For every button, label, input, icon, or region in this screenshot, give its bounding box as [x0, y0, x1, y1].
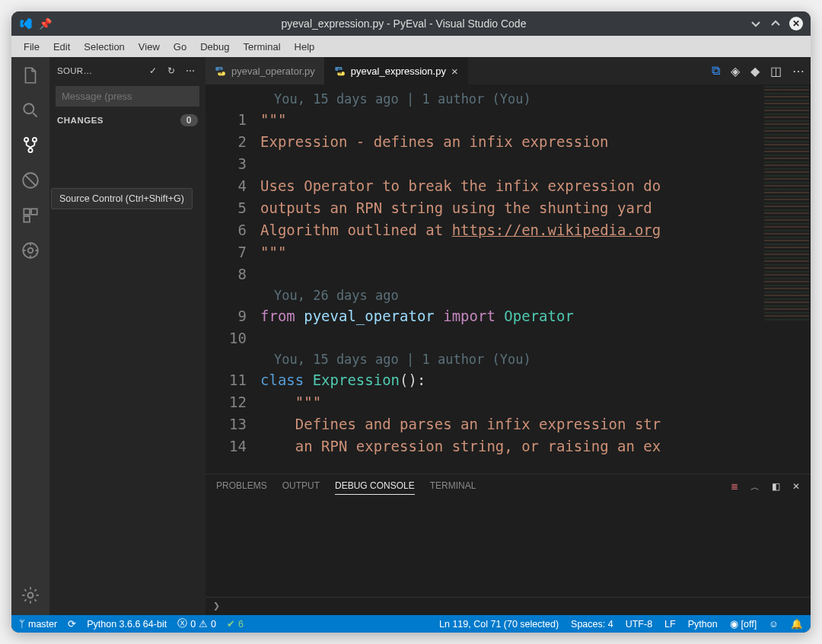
editor-more-icon[interactable]: ⋯	[792, 64, 804, 78]
refresh-icon[interactable]: ↻	[164, 65, 178, 76]
activity-bar	[11, 57, 49, 615]
status-problems[interactable]: ⓧ 0 ⚠ 0	[177, 617, 216, 630]
menu-file[interactable]: File	[18, 40, 46, 54]
close-icon[interactable]: ✕	[789, 17, 803, 30]
panel-collapse-icon[interactable]: ︿	[750, 481, 760, 494]
debug-console-input[interactable]: ❯	[206, 597, 811, 615]
svg-point-0	[24, 104, 33, 113]
gitlens-annotation: You, 15 days ago | 1 author (You)	[206, 89, 762, 109]
tab-actions: ⧉ ◈ ◆ ◫ ⋯	[706, 57, 811, 84]
tab-pyeval-expression[interactable]: pyeval_expression.py ×	[325, 57, 468, 84]
svg-point-3	[28, 148, 32, 152]
settings-gear-icon[interactable]	[20, 585, 41, 606]
debug-console-body[interactable]	[206, 500, 811, 597]
menu-terminal[interactable]: Terminal	[237, 40, 286, 54]
status-encoding[interactable]: UTF-8	[626, 619, 652, 630]
status-language[interactable]: Python	[688, 619, 718, 630]
clear-console-icon[interactable]: ≣	[731, 481, 738, 494]
tab-label: pyeval_expression.py	[351, 65, 446, 77]
pin-icon[interactable]: 📌	[39, 18, 52, 30]
commit-icon[interactable]: ✓	[146, 65, 160, 76]
menu-go[interactable]: Go	[167, 40, 193, 54]
commit-message-input[interactable]	[56, 86, 199, 107]
editor-tabs: pyeval_operator.py pyeval_expression.py …	[206, 57, 811, 84]
tab-close-icon[interactable]: ×	[451, 65, 458, 78]
svg-point-10	[28, 593, 33, 598]
panel-tab-terminal[interactable]: TERMINAL	[430, 480, 476, 494]
gitlens-annotation: You, 15 days ago | 1 author (You)	[206, 349, 762, 369]
titlebar: 📌 pyeval_expression.py - PyEval - Visual…	[11, 11, 811, 36]
panel-close-icon[interactable]: ✕	[792, 481, 800, 494]
status-sync-icon[interactable]: ⟳	[68, 618, 76, 630]
panel-tabs: PROBLEMS OUTPUT DEBUG CONSOLE TERMINAL ≣…	[206, 474, 811, 500]
code-editor[interactable]: You, 15 days ago | 1 author (You) 1""" 2…	[206, 84, 811, 473]
toggle-preview-icon[interactable]: ◈	[731, 64, 740, 78]
python-file-icon	[215, 65, 226, 77]
panel-tab-problems[interactable]: PROBLEMS	[216, 480, 267, 494]
gitlens-icon[interactable]	[20, 240, 41, 261]
changes-section[interactable]: CHANGES 0	[49, 108, 206, 132]
sidebar-title: SOUR…	[57, 66, 142, 75]
main-area: Source Control (Ctrl+Shift+G) SOUR… ✓ ↻ …	[11, 57, 811, 615]
status-indent[interactable]: Spaces: 4	[571, 619, 613, 630]
svg-rect-7	[24, 216, 30, 222]
status-liveshare[interactable]: ◉ [off]	[730, 618, 757, 630]
gitlens-annotation: You, 26 days ago	[206, 285, 762, 305]
tab-pyeval-operator[interactable]: pyeval_operator.py	[206, 57, 325, 84]
svg-point-9	[28, 248, 33, 253]
search-icon[interactable]	[20, 100, 41, 121]
diff-icon[interactable]: ◆	[750, 64, 760, 78]
status-python[interactable]: Python 3.6.6 64-bit	[87, 619, 167, 630]
sidebar-tooltip: Source Control (Ctrl+Shift+G)	[51, 188, 193, 209]
menu-debug[interactable]: Debug	[194, 40, 235, 54]
panel-maximize-icon[interactable]: ◧	[772, 481, 780, 494]
minimap[interactable]	[762, 84, 811, 473]
changes-label: CHANGES	[57, 116, 180, 125]
changes-count-badge: 0	[180, 114, 198, 126]
sidebar-header: SOUR… ✓ ↻ ⋯	[49, 57, 206, 84]
minimize-icon[interactable]	[750, 18, 762, 30]
source-control-icon[interactable]	[20, 135, 41, 156]
menu-edit[interactable]: Edit	[47, 40, 76, 54]
menu-help[interactable]: Help	[288, 40, 321, 54]
menu-view[interactable]: View	[132, 40, 166, 54]
window-title: pyeval_expression.py - PyEval - Visual S…	[58, 18, 750, 30]
menubar: File Edit Selection View Go Debug Termin…	[11, 36, 811, 57]
debug-icon[interactable]	[20, 170, 41, 191]
panel-tab-output[interactable]: OUTPUT	[282, 480, 320, 494]
status-cursor-position[interactable]: Ln 119, Col 71 (70 selected)	[439, 619, 559, 630]
extensions-icon[interactable]	[20, 205, 41, 226]
panel-tab-debug-console[interactable]: DEBUG CONSOLE	[335, 480, 415, 495]
status-eol[interactable]: LF	[664, 619, 676, 630]
split-editor-icon[interactable]: ◫	[770, 64, 782, 78]
sidebar: SOUR… ✓ ↻ ⋯ CHANGES 0	[49, 57, 206, 615]
svg-rect-5	[24, 209, 30, 215]
svg-point-1	[24, 138, 28, 142]
compare-changes-icon[interactable]: ⧉	[712, 64, 720, 78]
status-tests-pass[interactable]: ✔ 6	[227, 618, 244, 630]
bottom-panel: PROBLEMS OUTPUT DEBUG CONSOLE TERMINAL ≣…	[206, 473, 811, 615]
status-feedback-icon[interactable]: ☺	[769, 619, 779, 630]
tab-label: pyeval_operator.py	[231, 65, 315, 77]
vscode-logo-icon	[19, 17, 33, 30]
more-icon[interactable]: ⋯	[183, 65, 198, 76]
statusbar: ᛘ master ⟳ Python 3.6.6 64-bit ⓧ 0 ⚠ 0 ✔…	[11, 615, 811, 633]
editor-area: pyeval_operator.py pyeval_expression.py …	[206, 57, 811, 615]
status-branch[interactable]: ᛘ master	[19, 619, 57, 630]
explorer-icon[interactable]	[20, 65, 41, 86]
maximize-icon[interactable]	[769, 18, 782, 30]
status-bell-icon[interactable]: 🔔	[791, 618, 803, 630]
vscode-window: 📌 pyeval_expression.py - PyEval - Visual…	[11, 11, 811, 633]
menu-selection[interactable]: Selection	[78, 40, 130, 54]
svg-point-2	[33, 138, 37, 142]
svg-rect-6	[31, 209, 37, 215]
python-file-icon	[334, 65, 346, 77]
